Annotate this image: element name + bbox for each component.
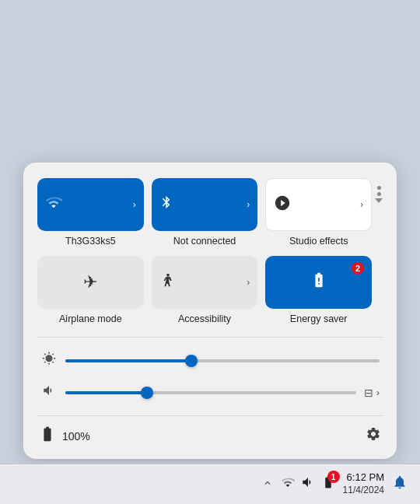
wifi-tile-group: › Th3G33ks5 bbox=[37, 178, 144, 247]
svg-point-0 bbox=[166, 273, 170, 276]
accessibility-tile[interactable]: › bbox=[152, 256, 258, 309]
settings-gear-icon[interactable] bbox=[366, 426, 381, 446]
bluetooth-tile-group: › Not connected bbox=[152, 178, 258, 247]
energy-icon bbox=[310, 271, 327, 293]
bluetooth-icon bbox=[159, 194, 173, 215]
taskbar-time[interactable]: 6:12 PM 11/4/2024 bbox=[343, 471, 384, 496]
taskbar-battery-icon[interactable]: 1 bbox=[321, 475, 335, 493]
energy-label: Energy saver bbox=[290, 313, 348, 324]
tiles-main: › Th3G33ks5 › bbox=[37, 178, 372, 329]
taskbar: 1 6:12 PM 11/4/2024 bbox=[0, 464, 420, 504]
volume-thumb[interactable] bbox=[141, 387, 153, 399]
volume-icon bbox=[40, 383, 58, 401]
brightness-icon bbox=[40, 352, 58, 369]
accessibility-arrow-icon: › bbox=[247, 277, 250, 288]
taskbar-bell-icon[interactable] bbox=[392, 474, 408, 494]
taskbar-badge: 1 bbox=[327, 471, 340, 483]
dot-2 bbox=[377, 192, 381, 196]
accessibility-tile-group: › Accessibility bbox=[152, 256, 258, 324]
taskbar-icons: 1 bbox=[281, 475, 335, 493]
brightness-fill bbox=[65, 359, 191, 362]
tiles-outer: › Th3G33ks5 › bbox=[37, 178, 383, 329]
bluetooth-label: Not connected bbox=[173, 236, 236, 247]
wifi-tile[interactable]: › bbox=[37, 178, 144, 231]
battery-percent: 100% bbox=[62, 430, 90, 443]
airplane-tile-group: ✈ Airplane mode bbox=[37, 256, 144, 324]
airplane-icon: ✈ bbox=[83, 272, 97, 292]
taskbar-volume-icon[interactable] bbox=[301, 475, 315, 493]
volume-fill bbox=[65, 391, 147, 394]
volume-row: ⊟ › bbox=[40, 383, 380, 401]
wifi-icon bbox=[45, 194, 62, 215]
wifi-label: Th3G33ks5 bbox=[65, 236, 116, 247]
studio-icon bbox=[274, 194, 291, 215]
battery-row: 100% bbox=[37, 425, 383, 446]
energy-tile-group: 2 Energy saver bbox=[265, 256, 372, 324]
airplane-tile[interactable]: ✈ bbox=[37, 256, 144, 309]
divider-2 bbox=[37, 415, 383, 416]
divider-1 bbox=[37, 337, 383, 338]
taskbar-chevron[interactable] bbox=[262, 478, 273, 491]
bluetooth-arrow-icon: › bbox=[247, 199, 250, 210]
volume-slider[interactable] bbox=[65, 391, 356, 394]
expand-dots[interactable] bbox=[375, 186, 383, 203]
accessibility-label: Accessibility bbox=[178, 313, 231, 324]
taskbar-time-value: 6:12 PM bbox=[343, 471, 384, 485]
dot-1 bbox=[377, 186, 381, 190]
tiles-row-1: › Th3G33ks5 › bbox=[37, 178, 372, 247]
taskbar-wifi-icon[interactable] bbox=[281, 475, 295, 493]
accessibility-icon bbox=[159, 272, 177, 293]
battery-left: 100% bbox=[39, 425, 90, 446]
sliders-section: ⊟ › bbox=[37, 352, 383, 401]
wifi-arrow-icon: › bbox=[133, 199, 136, 210]
tiles-row-2: ✈ Airplane mode bbox=[37, 256, 372, 324]
expand-arrow bbox=[375, 198, 383, 203]
studio-arrow-icon: › bbox=[360, 199, 363, 210]
volume-settings-icon[interactable]: ⊟ bbox=[364, 387, 373, 399]
brightness-slider[interactable] bbox=[65, 359, 380, 362]
volume-more-icon[interactable]: › bbox=[376, 387, 380, 398]
brightness-row bbox=[40, 352, 380, 369]
battery-icon bbox=[39, 425, 56, 446]
airplane-label: Airplane mode bbox=[59, 313, 122, 324]
studio-tile[interactable]: › bbox=[265, 178, 372, 231]
bluetooth-tile[interactable]: › bbox=[152, 178, 258, 231]
quick-settings-panel: › Th3G33ks5 › bbox=[23, 163, 397, 459]
volume-end-icons: ⊟ › bbox=[364, 387, 380, 399]
studio-label: Studio effects bbox=[289, 236, 348, 247]
taskbar-date-value: 11/4/2024 bbox=[343, 485, 384, 497]
brightness-thumb[interactable] bbox=[185, 355, 198, 367]
energy-badge: 2 bbox=[350, 261, 366, 276]
studio-tile-group: › Studio effects bbox=[265, 178, 372, 247]
energy-tile[interactable]: 2 bbox=[265, 256, 372, 309]
